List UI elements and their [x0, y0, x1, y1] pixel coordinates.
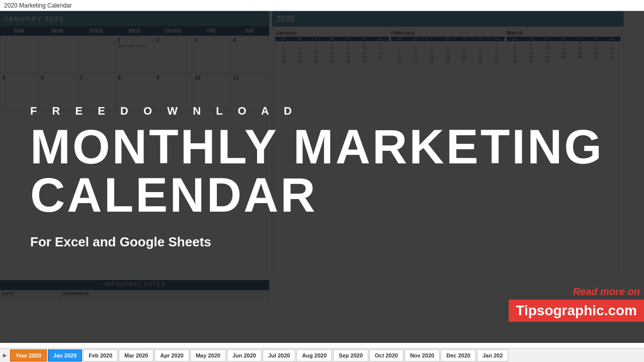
read-more-bottom-text: Tipsographic.com: [509, 300, 644, 322]
sheet-tab[interactable]: Feb 2020: [83, 349, 118, 361]
main-title: MONTHLY MARKETING CALENDAR: [30, 123, 614, 219]
sheet-tab[interactable]: Dec 2020: [441, 349, 476, 361]
sheet-tab[interactable]: Sep 2020: [333, 349, 368, 361]
sheet-tab[interactable]: Jun 2020: [227, 349, 262, 361]
sheet-tab[interactable]: Oct 2020: [369, 349, 404, 361]
read-more-badge: Read more on Tipsographic.com: [509, 284, 644, 322]
sheet-tab[interactable]: Mar 2020: [119, 349, 153, 361]
title-bar: 2020 Marketing Calendar: [0, 0, 644, 11]
sheet-tab[interactable]: May 2020: [190, 349, 226, 361]
sheet-tab[interactable]: Apr 2020: [154, 349, 189, 361]
sheet-tab[interactable]: Aug 2020: [296, 349, 332, 361]
tabs-container: Year 2020Jan 2020Feb 2020Mar 2020Apr 202…: [10, 349, 509, 361]
subtitle: For Excel and Google Sheets: [30, 234, 614, 250]
sheet-tab[interactable]: Year 2020: [10, 349, 47, 361]
sheet-tab[interactable]: Jul 2020: [263, 349, 295, 361]
workbook-title: 2020 Marketing Calendar: [4, 2, 72, 9]
sheet-tab[interactable]: Nov 2020: [405, 349, 440, 361]
tab-scroll-arrow[interactable]: ▶: [0, 348, 10, 363]
free-download-label: F R E E D O W N L O A D: [30, 105, 614, 118]
sheet-tabs: ▶ Year 2020Jan 2020Feb 2020Mar 2020Apr 2…: [0, 348, 644, 362]
sheet-tab[interactable]: Jan 2020: [48, 349, 82, 361]
sheet-tab[interactable]: Jan 202: [477, 349, 508, 361]
read-more-top-text: Read more on: [509, 284, 644, 300]
